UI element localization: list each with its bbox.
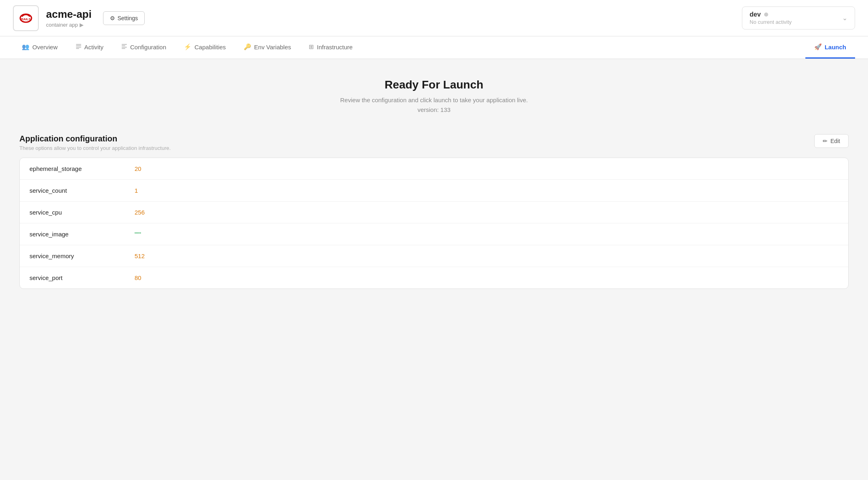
svg-rect-6 <box>122 44 127 45</box>
header-left: RAILS acme-api container app ▶ ⚙ Setting… <box>13 5 145 31</box>
config-key: service_count <box>29 187 135 194</box>
launch-subtitle: Review the configuration and click launc… <box>19 95 849 115</box>
app-title-block: acme-api container app ▶ <box>46 8 92 27</box>
launch-header: Ready For Launch Review the configuratio… <box>19 78 849 115</box>
config-key: service_port <box>29 274 135 281</box>
svg-rect-9 <box>122 48 125 49</box>
app-logo: RAILS <box>13 5 39 31</box>
config-value: """ <box>135 231 141 238</box>
edit-button[interactable]: ✏ Edit <box>814 134 849 148</box>
nav-item-overview[interactable]: 👥 Overview <box>13 36 67 59</box>
section-desc: These options allow you to control your … <box>19 145 171 151</box>
capabilities-icon: ⚡ <box>184 43 192 51</box>
section-title: Application configuration <box>19 134 171 143</box>
nav-item-launch[interactable]: 🚀 Launch <box>805 36 855 59</box>
config-value: 80 <box>135 274 141 281</box>
svg-text:RAILS: RAILS <box>21 17 31 21</box>
table-row: service_memory512 <box>20 245 848 267</box>
svg-rect-5 <box>76 48 79 49</box>
nav-item-env-variables[interactable]: 🔑 Env Variables <box>235 36 300 59</box>
section-header: Application configuration These options … <box>19 134 849 151</box>
activity-icon <box>76 43 82 51</box>
svg-rect-2 <box>76 44 81 45</box>
table-row: service_count1 <box>20 180 848 202</box>
svg-rect-7 <box>122 46 125 46</box>
breadcrumb-arrow: ▶ <box>80 22 84 28</box>
app-subtitle: container app ▶ <box>46 22 92 28</box>
pencil-icon: ✏ <box>823 138 828 144</box>
launch-title: Ready For Launch <box>19 78 849 91</box>
rails-icon: RAILS <box>18 9 34 26</box>
gear-icon: ⚙ <box>110 15 115 21</box>
config-value: 256 <box>135 209 145 216</box>
env-name-row: dev <box>750 11 792 18</box>
overview-icon: 👥 <box>22 43 29 51</box>
env-variables-icon: 🔑 <box>244 43 251 51</box>
chevron-down-icon: ⌄ <box>842 14 847 22</box>
env-status-dot <box>764 13 768 17</box>
table-row: service_cpu256 <box>20 202 848 223</box>
settings-button[interactable]: ⚙ Settings <box>103 11 145 25</box>
main-content: Ready For Launch Review the configuratio… <box>0 59 868 308</box>
svg-rect-4 <box>76 47 81 48</box>
header-right: dev No current activity ⌄ <box>742 6 855 29</box>
nav-item-configuration[interactable]: Configuration <box>112 36 175 59</box>
config-key: service_image <box>29 231 135 238</box>
config-key: service_memory <box>29 253 135 259</box>
config-key: ephemeral_storage <box>29 165 135 172</box>
nav-item-capabilities[interactable]: ⚡ Capabilities <box>175 36 235 59</box>
config-key: service_cpu <box>29 209 135 216</box>
infrastructure-icon: ⊞ <box>309 43 314 51</box>
svg-rect-8 <box>122 47 127 48</box>
table-row: ephemeral_storage20 <box>20 158 848 180</box>
table-row: service_image""" <box>20 223 848 245</box>
app-header: RAILS acme-api container app ▶ ⚙ Setting… <box>0 0 868 36</box>
nav-item-infrastructure[interactable]: ⊞ Infrastructure <box>300 36 361 59</box>
nav-item-activity[interactable]: Activity <box>67 36 113 59</box>
app-name: acme-api <box>46 8 92 21</box>
section-title-block: Application configuration These options … <box>19 134 171 151</box>
config-value: 1 <box>135 187 138 194</box>
svg-rect-3 <box>76 46 81 46</box>
config-value: 512 <box>135 253 145 259</box>
main-nav: 👥 Overview Activity Configuration ⚡ Capa… <box>0 36 868 59</box>
config-value: 20 <box>135 165 141 172</box>
env-selector[interactable]: dev No current activity ⌄ <box>742 6 855 29</box>
launch-icon: 🚀 <box>814 43 822 51</box>
table-row: service_port80 <box>20 267 848 288</box>
configuration-icon <box>121 43 127 51</box>
env-status-text: No current activity <box>750 19 792 25</box>
config-table: ephemeral_storage20service_count1service… <box>19 158 849 289</box>
